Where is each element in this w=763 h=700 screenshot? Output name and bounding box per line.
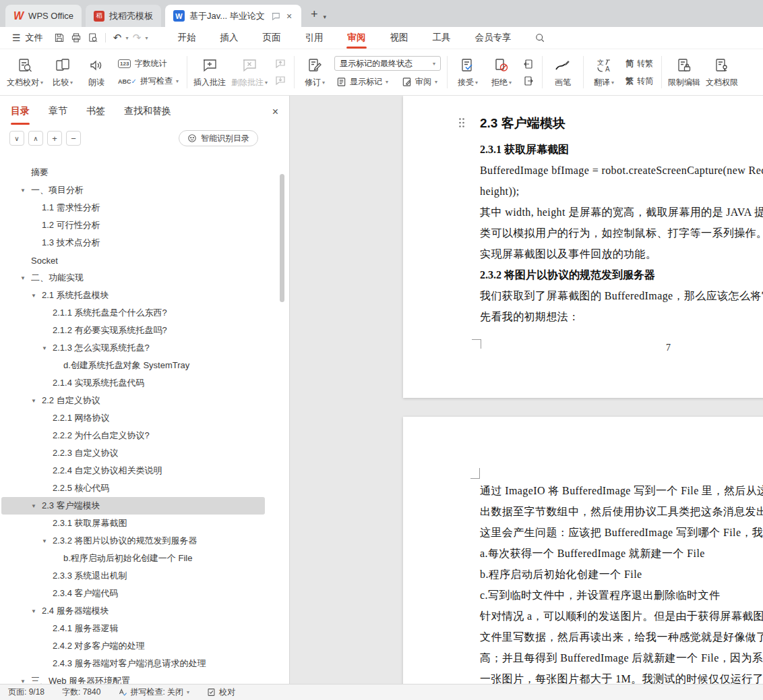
spell-check-status[interactable]: 拼写检查: 关闭 ▾ [118,687,189,698]
toc-item[interactable]: 2.4.3 服务器端对客户端消息请求的处理 [1,655,265,672]
tab-docer-templates[interactable]: 稻 找稻壳模板 [86,5,161,27]
word-count-button[interactable]: 123 字数统计 [116,57,181,70]
zoom-out-button[interactable]: − [66,131,81,146]
toc-item[interactable]: 2.2.5 核心代码 [1,479,265,497]
toc-item[interactable]: 2.4.2 对多客户端的处理 [1,637,265,655]
toc-expand-arrow-icon[interactable]: ▼ [42,538,53,544]
file-menu-button[interactable]: ☰ 文件 [0,32,51,44]
review-pane-button[interactable]: 审阅 ▾ [400,76,439,88]
previous-comment-button[interactable] [273,58,288,70]
proofread-button[interactable]: 校对 [207,687,235,698]
compare-button[interactable]: 比较▾ [46,53,80,92]
pen-button[interactable]: 画笔 [546,53,580,92]
menu-item-引用[interactable]: 引用 [293,27,336,49]
insert-comment-button[interactable]: 插入批注 [191,53,228,92]
toc-item[interactable]: Socket [1,252,265,269]
tab-chapters[interactable]: 章节 [49,105,67,125]
toc-expand-arrow-icon[interactable]: ▼ [20,187,31,194]
toc-item[interactable]: 2.3.4 客户端代码 [1,585,265,602]
toc-item[interactable]: 2.2.4 自定义协议相关类说明 [1,462,265,479]
toc-item[interactable]: 2.4.1 服务器逻辑 [1,620,265,637]
tab-toc[interactable]: 目录 [11,105,30,125]
toc-item[interactable]: ▼一、项目分析 [1,181,265,199]
toc-expand-arrow-icon[interactable]: ▼ [31,293,42,299]
menu-item-会员专享[interactable]: 会员专享 [463,27,524,49]
next-change-button[interactable] [521,75,536,87]
search-button[interactable] [535,32,545,43]
to-simplified-button[interactable]: 繁 转简 [623,75,655,88]
document-canvas[interactable]: 2.3 客户端模块2.3.1 获取屏幕截图BufferedImage bfIma… [290,96,763,684]
toc-expand-arrow-icon[interactable]: ▼ [31,398,42,404]
redo-button[interactable]: ↷ [129,30,146,45]
menu-item-页面[interactable]: 页面 [251,27,293,49]
sidebar-scrollbar[interactable] [280,174,284,302]
redo-chevron-icon[interactable]: ▾ [146,35,148,41]
delete-comment-button[interactable]: 删除批注▾ [228,53,270,92]
word-count-indicator[interactable]: 字数: 7840 [62,687,100,698]
toc-item[interactable]: ▼2.3.2 将图片以协议的规范发到服务器 [1,532,265,550]
tab-find-replace[interactable]: 查找和替换 [124,105,171,125]
toc-item[interactable]: ▼二、功能实现 [1,269,265,287]
toc-item[interactable]: 2.3.1 获取屏幕截图 [1,515,265,532]
toc-expand-arrow-icon[interactable]: ▼ [31,608,42,614]
smart-toc-button[interactable]: 智能识别目录 [179,130,258,146]
previous-change-button[interactable] [521,58,536,70]
spell-check-button[interactable]: ABC✓ 拼写检查 ▾ [116,75,181,88]
toc-expand-arrow-icon[interactable]: ▼ [42,345,53,351]
toc-item[interactable]: ▼2.2 自定义协议 [1,392,265,409]
undo-button[interactable]: ↶ [109,30,126,45]
tab-bookmarks[interactable]: 书签 [86,105,105,125]
menu-item-工具[interactable]: 工具 [421,27,463,49]
menu-item-插入[interactable]: 插入 [208,27,251,49]
print-button[interactable] [68,30,85,45]
toc-item[interactable]: 2.1.1 系统托盘是个什么东西? [1,304,265,322]
tab-current-document[interactable]: W 基于Jav... 毕业论文 × [165,5,301,27]
toc-item[interactable]: b.程序启动后初始化创建一个 File [1,550,265,567]
toc-item[interactable]: 1.3 技术点分析 [1,234,265,252]
zoom-in-button[interactable]: + [47,131,62,146]
toc-item[interactable]: ▼2.1 系统托盘模块 [1,287,265,304]
show-markup-button[interactable]: 显示标记 ▾ [334,76,390,88]
menu-item-开始[interactable]: 开始 [166,27,208,49]
toc-item[interactable]: 2.3.3 系统退出机制 [1,567,265,585]
print-preview-button[interactable] [85,30,102,45]
collapse-all-button[interactable]: ∨ [9,131,24,146]
toc-item[interactable]: 2.2.1 网络协议 [1,409,265,427]
toc-item[interactable]: ▼2.3 客户端模块 [1,497,265,515]
toc-item[interactable]: 2.1.2 有必要实现系统托盘吗? [1,322,265,339]
track-changes-button[interactable]: 修订▾ [298,53,332,92]
toc-item[interactable]: ▼2.1.3 怎么实现系统托盘? [1,339,265,357]
markup-state-dropdown[interactable]: 显示标记的最终状态 ▾ [334,56,441,71]
toc-expand-arrow-icon[interactable]: ▼ [20,678,31,684]
toc-item[interactable]: 1.2 可行性分析 [1,216,265,234]
toc-item[interactable]: d.创建系统托盘对象 SystemTray [1,357,265,374]
reject-button[interactable]: 拒绝▾ [485,53,518,92]
menu-item-视图[interactable]: 视图 [378,27,421,49]
page-indicator[interactable]: 页面: 9/18 [8,687,44,698]
toc-item[interactable]: ▼三、Web 服务器环境配置 [1,672,265,684]
expand-all-button[interactable]: ∧ [28,131,43,146]
to-traditional-button[interactable]: 简 转繁 [623,57,655,70]
close-sidebar-icon[interactable]: × [272,107,278,124]
toc-item[interactable]: 摘要 [1,164,265,181]
toc-item[interactable]: 1.1 需求性分析 [1,199,265,216]
translate-button[interactable]: 文A 翻译▾ [587,53,621,92]
toc-expand-arrow-icon[interactable]: ▼ [31,503,42,509]
document-page-7[interactable]: 2.3 客户端模块2.3.1 获取屏幕截图BufferedImage bfIma… [403,96,763,398]
accept-button[interactable]: 接受▾ [451,53,485,92]
tab-list-chevron-icon[interactable]: ▾ [324,13,331,27]
save-button[interactable] [51,30,68,45]
restrict-editing-button[interactable]: 限制编辑 [665,53,703,92]
toc-expand-arrow-icon[interactable]: ▼ [20,275,31,281]
toc-item[interactable]: ▼2.4 服务器端模块 [1,602,265,620]
tab-wps-office[interactable]: W WPS Office [5,5,82,27]
read-aloud-button[interactable]: 朗读 [80,53,113,92]
doc-permission-button[interactable]: 文档权限 [703,53,741,92]
toc-item[interactable]: 2.2.3 自定义协议 [1,444,265,462]
toc-item[interactable]: 2.2.2 为什么自定义协议? [1,427,265,444]
paragraph-drag-handle-icon[interactable] [458,117,465,128]
close-tab-icon[interactable]: × [285,11,293,22]
toc-item[interactable]: 2.1.4 实现系统托盘代码 [1,374,265,392]
doc-proof-button[interactable]: 文档校对▾ [4,53,46,92]
menu-item-审阅[interactable]: 审阅 [336,27,378,49]
